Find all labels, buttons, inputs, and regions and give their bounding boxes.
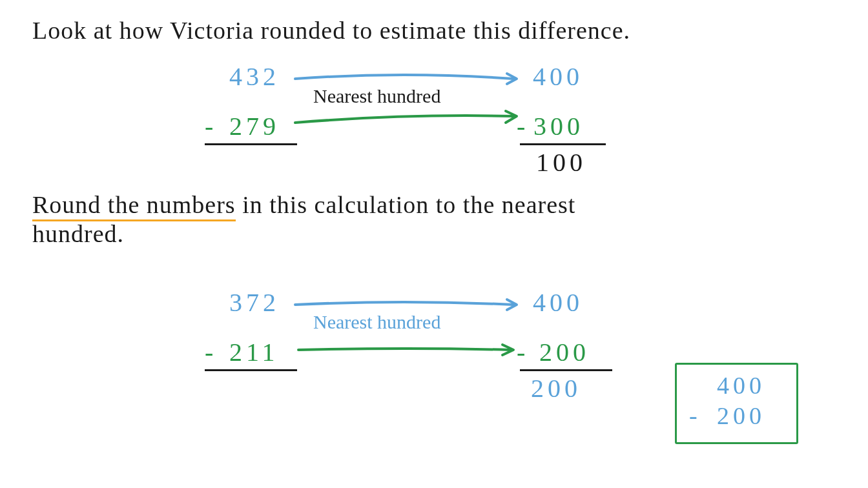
answer-top: 400 [717,371,765,400]
ex1-top-rounded: 400 [533,61,583,92]
question-line-3: hundred. [32,219,124,248]
arrow-icon [297,341,517,360]
ex2-bottom-rounded: 200 [539,337,590,367]
ex1-bottom-original: 279 [229,111,280,141]
line2-remainder: in this calculation to the nearest [236,191,576,218]
minus-sign: - [689,402,698,430]
arrow-icon [294,110,520,129]
ex1-nearest-label: Nearest hundred [313,85,440,107]
minus-sign: - [205,337,213,367]
underlined-phrase: Round the numbers [32,190,236,221]
minus-sign: - [205,111,213,141]
question-line-2: Round the numbers in this calculation to… [32,190,575,221]
ex2-top-original: 372 [229,287,280,318]
underbar [205,369,297,371]
ex1-top-original: 432 [229,61,280,92]
ex2-result: 200 [531,373,581,403]
underbar [520,143,606,145]
ex2-bottom-original: 211 [229,337,279,367]
answer-bottom: 200 [717,402,765,430]
ex1-bottom-rounded: 300 [533,111,584,141]
question-line-1: Look at how Victoria rounded to estimate… [32,16,630,45]
minus-sign: - [517,111,525,141]
ex2-nearest-label: Nearest hundred [313,311,440,333]
ex2-top-rounded: 400 [533,287,583,318]
underbar [520,369,612,371]
minus-sign: - [517,337,525,367]
ex1-result: 100 [536,147,586,178]
underbar [205,143,297,145]
